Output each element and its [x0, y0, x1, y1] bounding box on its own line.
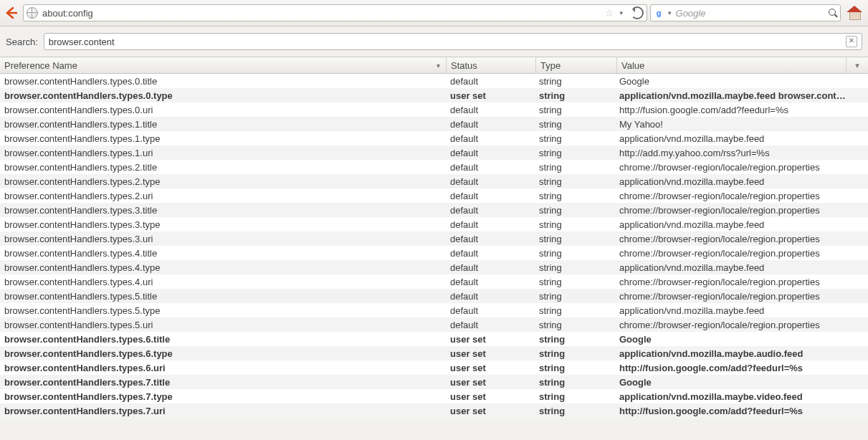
- cell-status: default: [446, 219, 535, 230]
- cell-value: chrome://browser-region/locale/region.pr…: [615, 291, 868, 302]
- table-row[interactable]: browser.contentHandlers.types.4.titledef…: [0, 246, 868, 260]
- cell-pref-name: browser.contentHandlers.types.2.uri: [0, 191, 446, 201]
- cell-pref-name: browser.contentHandlers.types.6.title: [0, 334, 446, 345]
- cell-value: http://fusion.google.com/add?feedurl=%s: [615, 363, 868, 373]
- search-engine-box[interactable]: g ▾ Google: [650, 4, 841, 21]
- filter-row: Search: browser.content ✕: [0, 27, 868, 57]
- cell-type: string: [535, 133, 615, 144]
- table-row[interactable]: browser.contentHandlers.types.2.uridefau…: [0, 188, 868, 203]
- navigation-toolbar: about:config ☆ ▾ g ▾ Google: [0, 0, 868, 27]
- cell-value: application/vnd.mozilla.maybe.video.feed: [615, 391, 868, 402]
- cell-type: string: [535, 305, 615, 316]
- column-picker-icon[interactable]: ▾: [846, 57, 868, 73]
- table-row[interactable]: browser.contentHandlers.types.4.typedefa…: [0, 260, 868, 274]
- cell-type: string: [535, 248, 615, 259]
- cell-pref-name: browser.contentHandlers.types.5.uri: [0, 320, 446, 330]
- column-header-name[interactable]: Preference Name: [0, 57, 447, 73]
- cell-pref-name: browser.contentHandlers.types.6.type: [0, 348, 446, 359]
- cell-pref-name: browser.contentHandlers.types.0.type: [0, 90, 446, 101]
- clear-filter-icon[interactable]: ✕: [846, 36, 857, 47]
- globe-icon: [27, 7, 38, 19]
- cell-pref-name: browser.contentHandlers.types.7.type: [0, 391, 446, 402]
- cell-value: chrome://browser-region/locale/region.pr…: [615, 320, 868, 330]
- cell-pref-name: browser.contentHandlers.types.3.uri: [0, 234, 446, 244]
- table-row[interactable]: browser.contentHandlers.types.3.typedefa…: [0, 217, 868, 231]
- cell-type: string: [535, 76, 615, 87]
- cell-status: default: [446, 105, 535, 115]
- cell-status: user set: [446, 363, 535, 373]
- cell-type: string: [535, 191, 615, 201]
- cell-type: string: [535, 234, 615, 244]
- table-row[interactable]: browser.contentHandlers.types.3.uridefau…: [0, 231, 868, 246]
- bookmark-star-icon[interactable]: ☆: [605, 7, 614, 19]
- cell-pref-name: browser.contentHandlers.types.0.uri: [0, 105, 446, 115]
- cell-type: string: [535, 162, 615, 173]
- table-row[interactable]: browser.contentHandlers.types.5.titledef…: [0, 289, 868, 303]
- table-row[interactable]: browser.contentHandlers.types.4.uridefau…: [0, 274, 868, 289]
- cell-status: default: [446, 248, 535, 259]
- table-row[interactable]: browser.contentHandlers.types.5.uridefau…: [0, 317, 868, 332]
- table-row[interactable]: browser.contentHandlers.types.1.uridefau…: [0, 145, 868, 160]
- cell-value: Google: [615, 76, 868, 87]
- cell-type: string: [535, 320, 615, 330]
- cell-pref-name: browser.contentHandlers.types.1.type: [0, 133, 446, 144]
- table-row[interactable]: browser.contentHandlers.types.7.uriuser …: [0, 403, 868, 418]
- reload-icon[interactable]: [631, 6, 644, 19]
- cell-pref-name: browser.contentHandlers.types.6.uri: [0, 363, 446, 373]
- cell-pref-name: browser.contentHandlers.types.7.title: [0, 377, 446, 388]
- cell-type: string: [535, 176, 615, 187]
- cell-type: string: [535, 391, 615, 402]
- column-header-status[interactable]: Status: [447, 57, 536, 73]
- url-text: about:config: [42, 8, 601, 19]
- table-row[interactable]: browser.contentHandlers.types.7.typeuser…: [0, 389, 868, 403]
- cell-value: http://add.my.yahoo.com/rss?url=%s: [615, 148, 868, 158]
- cell-value: chrome://browser-region/locale/region.pr…: [615, 162, 868, 173]
- url-bar[interactable]: about:config ☆ ▾: [23, 4, 647, 21]
- table-row[interactable]: browser.contentHandlers.types.6.titleuse…: [0, 332, 868, 346]
- cell-status: default: [446, 148, 535, 158]
- cell-type: string: [535, 119, 615, 130]
- cell-type: string: [535, 219, 615, 230]
- column-header-value[interactable]: Value: [617, 57, 846, 73]
- cell-value: Google: [615, 377, 868, 388]
- search-engine-dropdown-icon[interactable]: ▾: [667, 9, 673, 16]
- filter-value: browser.content: [49, 37, 115, 47]
- table-row[interactable]: browser.contentHandlers.types.0.uridefau…: [0, 102, 868, 117]
- cell-value: application/vnd.mozilla.maybe.feed: [615, 176, 868, 187]
- back-button[interactable]: [3, 4, 20, 21]
- home-button[interactable]: [846, 5, 862, 21]
- cell-type: string: [535, 363, 615, 373]
- table-row[interactable]: browser.contentHandlers.types.2.typedefa…: [0, 174, 868, 188]
- table-row[interactable]: browser.contentHandlers.types.7.titleuse…: [0, 375, 868, 389]
- table-row[interactable]: browser.contentHandlers.types.5.typedefa…: [0, 303, 868, 317]
- cell-status: default: [446, 119, 535, 130]
- table-row[interactable]: browser.contentHandlers.types.1.titledef…: [0, 117, 868, 131]
- cell-status: default: [446, 262, 535, 273]
- cell-value: Google: [615, 334, 868, 345]
- cell-type: string: [535, 90, 615, 101]
- table-row[interactable]: browser.contentHandlers.types.3.titledef…: [0, 203, 868, 217]
- cell-pref-name: browser.contentHandlers.types.4.title: [0, 248, 446, 259]
- table-row[interactable]: browser.contentHandlers.types.2.titledef…: [0, 160, 868, 174]
- cell-pref-name: browser.contentHandlers.types.3.title: [0, 205, 446, 216]
- cell-pref-name: browser.contentHandlers.types.5.title: [0, 291, 446, 302]
- cell-pref-name: browser.contentHandlers.types.1.title: [0, 119, 446, 130]
- cell-type: string: [535, 406, 615, 416]
- search-icon[interactable]: [829, 9, 837, 17]
- table-row[interactable]: browser.contentHandlers.types.0.titledef…: [0, 74, 868, 88]
- cell-status: user set: [446, 391, 535, 402]
- cell-pref-name: browser.contentHandlers.types.4.type: [0, 262, 446, 273]
- cell-status: default: [446, 76, 535, 87]
- table-row[interactable]: browser.contentHandlers.types.6.uriuser …: [0, 360, 868, 375]
- column-header-type[interactable]: Type: [536, 57, 617, 73]
- table-body: browser.contentHandlers.types.0.titledef…: [0, 74, 868, 418]
- cell-status: user set: [446, 406, 535, 416]
- table-row[interactable]: browser.contentHandlers.types.6.typeuser…: [0, 346, 868, 360]
- cell-status: user set: [446, 334, 535, 345]
- url-dropdown-icon[interactable]: ▾: [618, 9, 624, 16]
- filter-input[interactable]: browser.content ✕: [44, 33, 862, 50]
- table-row[interactable]: browser.contentHandlers.types.1.typedefa…: [0, 131, 868, 145]
- cell-status: user set: [446, 348, 535, 359]
- table-row[interactable]: browser.contentHandlers.types.0.typeuser…: [0, 88, 868, 102]
- cell-type: string: [535, 105, 615, 115]
